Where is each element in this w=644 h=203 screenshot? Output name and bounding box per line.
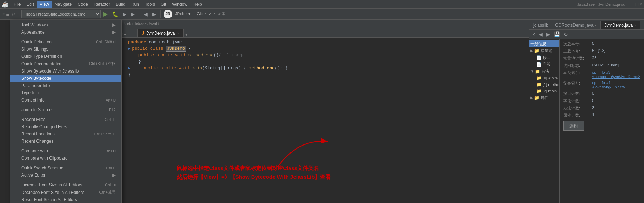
menu-item-appearance[interactable]: Appearance▶ xyxy=(10,29,121,36)
tab-close[interactable]: × xyxy=(177,31,179,35)
menubar-item-refactor[interactable]: Refactor xyxy=(91,1,113,8)
menu-item-label: Parameter Info xyxy=(21,83,50,88)
menubar-item-window[interactable]: Window xyxy=(169,1,190,8)
editor-area: demo\rebirth\base\JavaB ⚙ ≡ ≣ + — J JvmD… xyxy=(112,20,529,203)
menubar-item-view[interactable]: View xyxy=(37,1,52,8)
tree-item-init[interactable]: 📁 [0] <init> xyxy=(535,75,559,81)
menu-item-shortcut: Ctrl+减号 xyxy=(99,190,116,195)
props-row: 方法计数:3 xyxy=(563,105,640,111)
menu-item-recent-changes[interactable]: Recent Changes xyxy=(10,138,121,145)
close-panel-button[interactable]: × xyxy=(531,31,536,37)
props-row: 主版本号:52 [1.8] xyxy=(563,48,640,54)
menu-item-quick-type-definition[interactable]: Quick Type Definition xyxy=(10,53,121,60)
menu-item-arrow-icon: ▶ xyxy=(112,22,116,27)
tree-item-interface[interactable]: 📄 接口 xyxy=(535,54,559,61)
menu-item-decrease-font-size-in-all-editors[interactable]: Decrease Font Size in All EditorsCtrl+减号 xyxy=(10,189,121,196)
menubar-item-build[interactable]: Build xyxy=(113,1,128,8)
menu-item-show-bytecode[interactable]: Show Bytecode xyxy=(10,75,121,82)
menu-item-compare-with...[interactable]: Compare with...Ctrl+D xyxy=(10,147,121,155)
menubar-item-help[interactable]: Help xyxy=(190,1,205,8)
props-value: 1 xyxy=(592,113,594,117)
run-config-selector[interactable]: IllegalThreadStateExceptionDemo xyxy=(21,10,101,18)
refresh-panel-button[interactable]: ↻ xyxy=(563,31,569,37)
menu-item-shortcut: Ctrl+Shift+空格 xyxy=(89,61,116,66)
menu-item-quick-definition[interactable]: Quick DefinitionCtrl+Shift+I xyxy=(10,38,121,46)
editor-tab-jvmdemo[interactable]: J JvmDemo.java × xyxy=(137,29,184,37)
tree-item-constant-pool[interactable]: ▶ 📁 常量池 xyxy=(529,47,559,54)
jclasslib-tab-jvmdemo[interactable]: JvmDemo.java × xyxy=(600,21,640,29)
menu-item-shortcut: Ctrl+= xyxy=(105,183,116,187)
menu-item-tool-windows[interactable]: Tool Windows▶ xyxy=(10,21,121,29)
forward-button[interactable]: ▶ xyxy=(151,10,157,18)
menu-item-show-bytecode-with-jclasslib[interactable]: Show Bytecode With Jclasslib xyxy=(10,68,121,75)
properties-panel: 次版本号:0主版本号:52 [1.8]常量池计数:23访问标志:0x0021 [… xyxy=(559,39,644,203)
props-row: 次版本号:0 xyxy=(563,41,640,47)
menu-item-label: Show Siblings xyxy=(21,47,48,52)
code-editor: 1234567891011121314 package com.noob.jvm… xyxy=(112,38,529,203)
menu-item-shortcut: Ctrl+Shift+I xyxy=(96,40,116,44)
coverage-button[interactable]: ▶ xyxy=(121,10,128,18)
jclasslib-tabs: jclasslib GCRootsDemo.java × JvmDemo.jav… xyxy=(529,20,644,30)
tree-item-main[interactable]: 📁 [2] main xyxy=(535,88,559,94)
menu-item-quick-documentation[interactable]: Quick DocumentationCtrl+Shift+空格 xyxy=(10,60,121,68)
profile-button[interactable]: ▶ xyxy=(129,10,136,18)
toolbar-sep2: ≣ xyxy=(6,12,10,17)
menu-item-label: Compare with Clipboard xyxy=(21,156,68,161)
tree-item-field[interactable]: 📄 字段 xyxy=(535,61,559,68)
menubar-item-edit[interactable]: Edit xyxy=(23,1,37,8)
tree-item-method-one[interactable]: 📁 [1] method_one xyxy=(535,81,559,88)
menu-item-label: Quick Documentation xyxy=(21,61,63,66)
props-value: 0 xyxy=(592,98,594,103)
menu-item-parameter-info[interactable]: Parameter Info xyxy=(10,82,121,89)
tree-item-method[interactable]: ▼ 📁 方法 xyxy=(529,68,559,75)
jclasslib-tree: 一般信息 ▶ 📁 常量池 📄 接口 📄 字段 ▼ 📁 xyxy=(529,39,559,203)
back-panel-button[interactable]: ◀ xyxy=(538,31,544,37)
edit-button[interactable]: 编辑 xyxy=(563,121,584,131)
save-panel-button[interactable]: 💾 xyxy=(553,31,561,37)
run-button[interactable]: ▶ xyxy=(102,10,109,18)
tab-close2[interactable]: × xyxy=(595,23,597,27)
menubar-item-navigate[interactable]: Navigate xyxy=(52,1,75,8)
menu-item-context-info[interactable]: Context InfoAlt+Q xyxy=(10,96,121,104)
menu-item-increase-font-size-in-all-editors[interactable]: Increase Font Size in All EditorsCtrl+= xyxy=(10,181,121,189)
menu-item-jump-to-source[interactable]: Jump to SourceF12 xyxy=(10,106,121,113)
editor-tabs: ⚙ ≡ ≣ + — J JvmDemo.java × ▾ xyxy=(112,27,529,38)
jclasslib-tab-gcroots[interactable]: GCRootsDemo.java × xyxy=(551,21,600,29)
back-button[interactable]: ◀ xyxy=(142,10,149,18)
menu-item-active-editor[interactable]: Active Editor▶ xyxy=(10,172,121,179)
menu-item-arrow-icon: ▶ xyxy=(112,173,116,178)
toolbar-sep3: ⚙ xyxy=(11,12,15,17)
window-controls: — □ × xyxy=(629,1,643,7)
menu-item-quick-switch-scheme...[interactable]: Quick Switch Scheme...Ctrl+` xyxy=(10,164,121,172)
menubar-item-code[interactable]: Code xyxy=(75,1,91,8)
forward-panel-button[interactable]: ▶ xyxy=(545,31,551,37)
menu-item-recently-changed-files[interactable]: Recently Changed Files xyxy=(10,123,121,130)
menu-item-type-info[interactable]: Type Info xyxy=(10,89,121,96)
menubar-item-git[interactable]: Git xyxy=(158,1,169,8)
menu-item-recent-locations[interactable]: Recent LocationsCtrl+Shift+E xyxy=(10,130,121,138)
menu-item-compare-with-clipboard[interactable]: Compare with Clipboard xyxy=(10,155,121,162)
menu-item-recent-files[interactable]: Recent FilesCtrl+E xyxy=(10,116,121,123)
tree-item-attribute[interactable]: ▶ 📁 属性 xyxy=(529,94,559,101)
menubar-item-tools[interactable]: Tools xyxy=(142,1,158,8)
menu-item-shortcut: F12 xyxy=(109,108,116,112)
toolbar-separator4 xyxy=(194,10,194,18)
tree-item-general[interactable]: 一般信息 xyxy=(529,40,559,47)
debug-button[interactable]: 🐛 xyxy=(111,10,120,18)
props-label: 次版本号: xyxy=(563,41,592,47)
menubar-item-file[interactable]: File xyxy=(11,1,23,8)
menu-item-reset-font-size-in-all-editors[interactable]: Reset Font Size in All Editors xyxy=(10,196,121,203)
menu-item-show-siblings[interactable]: Show Siblings xyxy=(10,46,121,53)
code-content[interactable]: package com.noob.jvm;▶public class JvmDe… xyxy=(124,38,529,203)
jclasslib-tab-main[interactable]: jclasslib xyxy=(530,21,551,29)
tab-arrow[interactable]: ▾ xyxy=(185,32,187,37)
props-value[interactable]: cp_info #3 <com/noob/jvm/JvmDemo> xyxy=(592,70,640,79)
tab-close3[interactable]: × xyxy=(634,23,636,27)
props-label: 主版本号: xyxy=(563,48,592,54)
menubar: ☕ FileEditViewNavigateCodeRefactorBuildR… xyxy=(0,0,644,9)
props-value[interactable]: cp_info #4 <java/lang/Object> xyxy=(592,81,640,89)
code-line: public static void method_one(){ 1 usage xyxy=(128,52,525,59)
menubar-item-run[interactable]: Run xyxy=(128,1,142,8)
jclasslib-content: 一般信息 ▶ 📁 常量池 📄 接口 📄 字段 ▼ 📁 xyxy=(529,39,644,203)
menu-separator xyxy=(10,163,121,163)
